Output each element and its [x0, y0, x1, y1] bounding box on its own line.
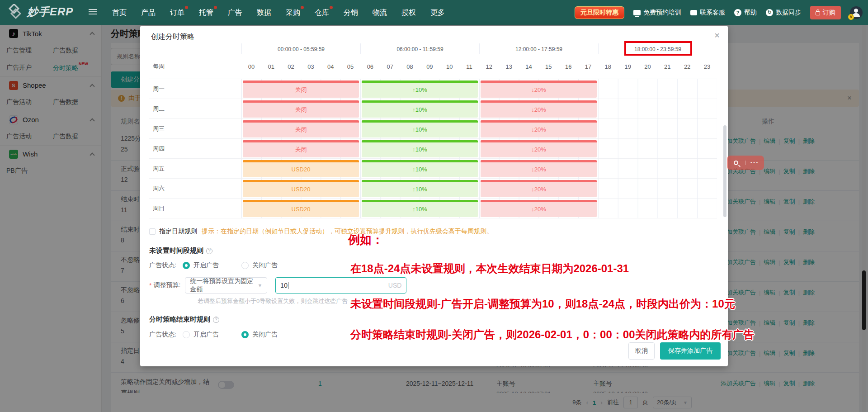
data-sync-button[interactable]: ↻ 数据同步 — [766, 9, 801, 17]
nav-item-更多[interactable]: 更多 — [423, 0, 452, 25]
radio-ad-on-label[interactable]: 开启广告 — [193, 261, 219, 270]
menu-collapse-icon[interactable] — [89, 9, 97, 15]
nav-item-托管[interactable]: 托管 — [192, 0, 221, 25]
nav-item-广告[interactable]: 广告 — [221, 0, 250, 25]
create-strategy-modal: 创建分时策略 × 00:00:00 - 05:59:5906:00:00 - 1… — [140, 26, 728, 366]
hour-label: 20 — [638, 63, 658, 70]
schedule-cells[interactable]: 关闭↑10%↓20% — [241, 99, 717, 119]
schedule-block[interactable]: ↓20% — [481, 160, 597, 177]
nav-item-分销[interactable]: 分销 — [336, 0, 365, 25]
app-logo[interactable]: 妙手ERP — [7, 4, 73, 19]
question-icon: ? — [734, 9, 741, 16]
schedule-block[interactable]: ↓20% — [481, 81, 597, 98]
schedule-block[interactable]: USD20 — [243, 160, 359, 177]
day-label: 周五 — [153, 159, 165, 179]
schedule-block[interactable]: 关闭 — [243, 140, 359, 157]
hour-label: 07 — [380, 63, 400, 70]
schedule-cells[interactable]: USD20↑10%↓20% — [241, 179, 717, 199]
schedule-cells[interactable]: 关闭↑10%↓20% — [241, 119, 717, 139]
date-rule-checkbox[interactable] — [149, 228, 156, 235]
training-button[interactable]: 免费预约培训 — [633, 9, 681, 17]
hour-label: 05 — [340, 63, 360, 70]
schedule-cells[interactable]: USD20↑10%↓20% — [241, 199, 717, 218]
help-circle-icon[interactable]: ? — [206, 248, 212, 254]
schedule-row-周二: 周二关闭↑10%↓20% — [149, 99, 717, 119]
schedule-block[interactable]: ↓20% — [481, 140, 597, 157]
budget-mode-value: 统一将预算设置为固定金额 — [190, 277, 257, 294]
chat-icon — [690, 10, 697, 15]
budget-amount-input[interactable]: 10 USD — [275, 277, 406, 294]
modal-scrollbar-thumb[interactable] — [723, 125, 726, 217]
help-circle-icon[interactable]: ? — [213, 317, 219, 323]
annotation-line-2: 未设置时间段规则-广告开启-调整预算为10，则18点-24点，时段内出价为：10… — [350, 297, 735, 311]
schedule-block[interactable]: ↑10% — [362, 160, 478, 177]
notification-dot-icon — [185, 6, 188, 9]
search-icon[interactable] — [727, 161, 745, 165]
schedule-block[interactable]: ↓20% — [481, 100, 597, 118]
radio-end-on-label[interactable]: 开启广告 — [193, 331, 219, 339]
schedule-block[interactable]: ↑10% — [362, 81, 478, 98]
radio-ad-off-label[interactable]: 关闭广告 — [252, 261, 278, 270]
promo-button[interactable]: 元旦限时特惠 — [575, 6, 624, 19]
radio-end-off[interactable] — [241, 331, 249, 338]
radio-ad-on[interactable] — [183, 262, 190, 269]
vip-badge: V — [848, 14, 854, 20]
schedule-block[interactable]: 关闭 — [243, 100, 359, 118]
schedule-cells[interactable]: 关闭↑10%↓20% — [241, 79, 717, 99]
budget-amount-value: 10 — [280, 282, 288, 289]
schedule-block[interactable]: ↓20% — [481, 180, 597, 197]
nav-item-产品[interactable]: 产品 — [134, 0, 163, 25]
hour-label: 12 — [479, 63, 499, 70]
schedule-block[interactable]: USD20 — [243, 200, 359, 217]
cancel-button[interactable]: 取消 — [628, 342, 655, 360]
schedule-block[interactable]: USD20 — [243, 180, 359, 197]
schedule-block[interactable]: ↓20% — [481, 120, 597, 137]
schedule-block[interactable]: ↓20% — [481, 200, 597, 217]
contact-support-button[interactable]: 联系客服 — [690, 9, 725, 17]
subscribe-button[interactable]: 订购 — [810, 6, 841, 19]
schedule-block[interactable]: ↑10% — [362, 100, 478, 118]
nav-item-首页[interactable]: 首页 — [105, 0, 134, 25]
radio-ad-off[interactable] — [241, 262, 249, 269]
more-icon[interactable]: ··· — [745, 159, 764, 167]
hour-label: 14 — [519, 63, 539, 70]
top-navbar: 妙手ERP 首页产品订单托管广告数据采购仓库分销物流授权更多 元旦限时特惠 免费… — [0, 0, 868, 25]
page-scrollbar-thumb[interactable] — [862, 270, 866, 330]
annotation-example: 例如： — [348, 232, 383, 248]
nav-item-仓库[interactable]: 仓库 — [307, 0, 336, 25]
hour-label: 02 — [281, 63, 301, 70]
unset-period-title-text: 未设置时间段规则 — [149, 246, 203, 255]
nav-item-授权[interactable]: 授权 — [394, 0, 423, 25]
schedule-cells[interactable]: USD20↑10%↓20% — [241, 159, 717, 179]
schedule-cells[interactable]: 关闭↑10%↓20% — [241, 139, 717, 159]
day-label: 周六 — [153, 179, 165, 199]
unset-ad-status-row: 广告状态: 开启广告 关闭广告 — [149, 259, 300, 272]
help-button[interactable]: ? 帮助 — [734, 9, 757, 17]
schedule-row-周一: 周一关闭↑10%↓20% — [149, 79, 717, 99]
hour-label: 18 — [598, 63, 618, 70]
schedule-block[interactable]: ↑10% — [362, 140, 478, 157]
budget-mode-select[interactable]: 统一将预算设置为固定金额 ▼ — [185, 277, 267, 294]
date-rule-row: 指定日期规则 提示：在指定的日期（例如节日或大促活动），可独立设置预算提升规则，… — [149, 227, 493, 236]
radio-end-on[interactable] — [183, 331, 190, 338]
avatar[interactable]: V — [850, 6, 863, 19]
annotation-toolbar[interactable]: ··· — [727, 156, 764, 170]
nav-item-采购[interactable]: 采购 — [278, 0, 307, 25]
schedule-block[interactable]: ↑10% — [362, 200, 478, 217]
help-label: 帮助 — [744, 9, 757, 17]
schedule-block[interactable]: 关闭 — [243, 120, 359, 137]
save-and-add-button[interactable]: 保存并添加广告 — [660, 342, 721, 360]
budget-label: 调整预算: — [153, 281, 180, 289]
nav-item-订单[interactable]: 订单 — [163, 0, 192, 25]
schedule-block[interactable]: ↑10% — [362, 120, 478, 137]
ad-status-label: 广告状态: — [149, 331, 176, 339]
schedule-block[interactable]: ↑10% — [362, 180, 478, 197]
hour-label: 04 — [321, 63, 340, 70]
annotation-line-1: 在18点-24点未设置规则，本次生效结束日期为2026-01-31 — [350, 261, 629, 276]
schedule-block[interactable]: 关闭 — [243, 81, 359, 98]
nav-item-物流[interactable]: 物流 — [365, 0, 394, 25]
annotation-line-3: 分时策略结束时规则-关闭广告，则2026-02-01，0：00：00关闭此策略内… — [350, 327, 755, 342]
radio-end-off-label[interactable]: 关闭广告 — [252, 331, 278, 339]
nav-item-数据[interactable]: 数据 — [250, 0, 278, 25]
modal-close-icon[interactable]: × — [714, 30, 720, 41]
